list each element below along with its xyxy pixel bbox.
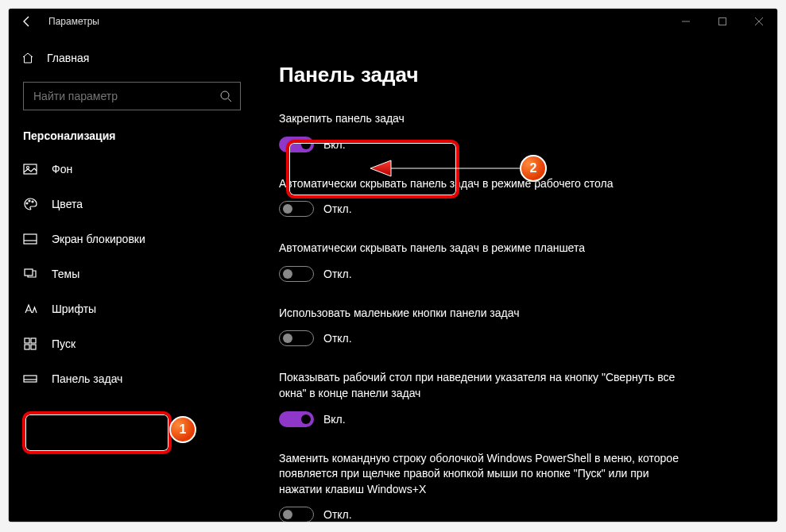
svg-rect-17	[24, 376, 37, 382]
setting-label: Использовать маленькие кнопки панели зад…	[279, 306, 692, 322]
toggle-state: Откл.	[323, 332, 352, 345]
sidebar-item-background[interactable]: Фон	[9, 152, 255, 187]
settings-window: Параметры Главная Персонализация	[9, 9, 777, 522]
toggle-autohide-tablet[interactable]	[279, 266, 314, 282]
nav-label: Темы	[52, 268, 79, 280]
nav-label: Цвета	[52, 198, 83, 210]
svg-point-4	[221, 91, 229, 99]
close-button[interactable]	[741, 9, 777, 34]
taskbar-icon	[23, 372, 37, 386]
svg-rect-14	[31, 338, 36, 343]
titlebar: Параметры	[9, 9, 777, 34]
sidebar: Главная Персонализация Фон Ц	[9, 34, 255, 522]
nav-label: Фон	[52, 163, 72, 175]
svg-rect-15	[25, 345, 29, 349]
toggle-autohide-desktop[interactable]	[279, 201, 314, 217]
app-title: Параметры	[48, 16, 99, 27]
picture-icon	[23, 162, 37, 176]
search-icon	[219, 90, 232, 102]
setting-powershell: Заменить командную строку оболочкой Wind…	[279, 451, 745, 522]
svg-rect-12	[25, 269, 33, 276]
toggle-state: Вкл.	[323, 138, 346, 151]
toggle-state: Вкл.	[323, 413, 346, 426]
svg-point-10	[32, 201, 33, 202]
svg-point-9	[29, 200, 30, 202]
svg-point-8	[26, 202, 28, 204]
back-button[interactable]	[9, 9, 45, 34]
svg-rect-1	[719, 18, 726, 25]
setting-label: Автоматически скрывать панель задач в ре…	[279, 241, 692, 256]
sidebar-item-colors[interactable]: Цвета	[9, 187, 255, 222]
svg-rect-13	[25, 338, 29, 343]
toggle-state: Откл.	[323, 202, 352, 215]
nav-label: Шрифты	[52, 303, 96, 315]
start-icon	[23, 337, 37, 351]
svg-rect-16	[31, 345, 36, 349]
sidebar-item-lockscreen[interactable]: Экран блокировки	[9, 222, 255, 256]
minimize-button[interactable]	[668, 9, 704, 34]
nav-label: Экран блокировки	[52, 233, 145, 245]
setting-peek-desktop: Показывать рабочий стол при наведении ук…	[279, 370, 745, 426]
page-title: Панель задач	[279, 63, 745, 87]
setting-label: Автоматически скрывать панель задач в ре…	[279, 176, 692, 192]
setting-autohide-tablet: Автоматически скрывать панель задач в ре…	[279, 241, 745, 282]
toggle-lock-taskbar[interactable]	[279, 137, 314, 152]
themes-icon	[23, 267, 37, 281]
search-field[interactable]	[32, 89, 219, 103]
toggle-state: Откл.	[323, 508, 352, 521]
toggle-small-buttons[interactable]	[279, 330, 314, 346]
search-input[interactable]	[23, 82, 241, 110]
svg-point-7	[27, 167, 29, 169]
sidebar-item-home[interactable]: Главная	[9, 42, 255, 74]
section-title: Персонализация	[23, 129, 255, 142]
fonts-icon	[23, 302, 37, 316]
setting-label: Закрепить панель задач	[279, 111, 692, 127]
svg-rect-11	[24, 234, 37, 244]
toggle-peek-desktop[interactable]	[279, 411, 314, 427]
nav-label: Панель задач	[52, 372, 122, 385]
setting-autohide-desktop: Автоматически скрывать панель задач в ре…	[279, 176, 745, 218]
palette-icon	[23, 197, 37, 211]
sidebar-item-themes[interactable]: Темы	[9, 256, 255, 291]
toggle-state: Откл.	[323, 268, 352, 280]
setting-lock-taskbar: Закрепить панель задач Вкл.	[279, 111, 745, 152]
home-label: Главная	[47, 52, 89, 64]
sidebar-item-taskbar[interactable]: Панель задач	[9, 361, 255, 396]
toggle-powershell[interactable]	[279, 507, 314, 522]
nav-label: Пуск	[52, 337, 76, 350]
lockscreen-icon	[23, 232, 37, 246]
maximize-button[interactable]	[704, 9, 741, 34]
content-area: Панель задач Закрепить панель задач Вкл.…	[255, 34, 777, 522]
svg-line-5	[228, 98, 231, 102]
setting-label: Заменить командную строку оболочкой Wind…	[279, 451, 692, 498]
sidebar-item-fonts[interactable]: Шрифты	[9, 291, 255, 326]
setting-small-buttons: Использовать маленькие кнопки панели зад…	[279, 306, 745, 347]
sidebar-item-start[interactable]: Пуск	[9, 326, 255, 361]
setting-label: Показывать рабочий стол при наведении ук…	[279, 370, 692, 401]
